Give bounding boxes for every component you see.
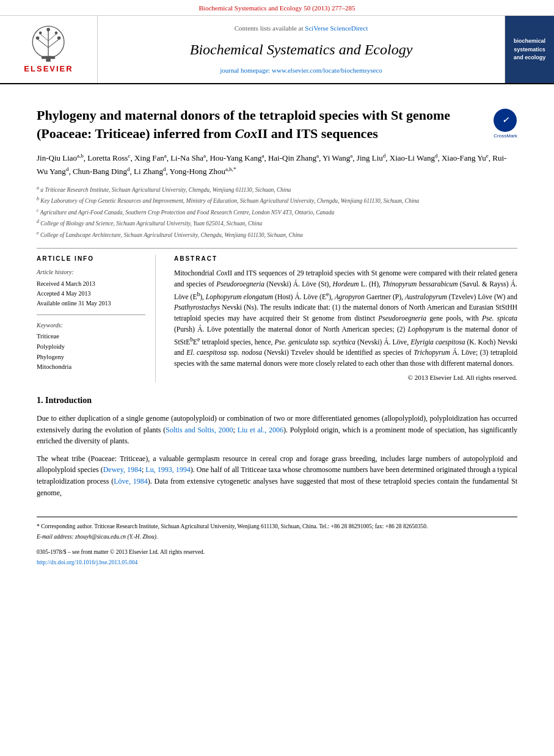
accepted-date: Accepted 4 May 2013: [37, 289, 145, 299]
svg-point-10: [54, 31, 57, 34]
affiliation-e: e College of Landscape Architecture, Sic…: [37, 230, 517, 239]
journal-title-area: Contents lists available at SciVerse Sci…: [98, 16, 505, 83]
doi-note: http://dx.doi.org/10.1016/j.bse.2013.05.…: [37, 558, 517, 567]
keyword-triticeae: Triticeae: [37, 332, 145, 342]
crossmark-badge[interactable]: ✓ CrossMark: [494, 109, 517, 139]
introduction-section: 1. Introduction Due to either duplicatio…: [37, 394, 517, 498]
elsevier-tree-icon: [15, 25, 82, 62]
article-info-abstract-section: ARTICLE INFO Article history: Received 4…: [37, 255, 517, 382]
doi-link[interactable]: http://dx.doi.org/10.1016/j.bse.2013.05.…: [37, 559, 137, 565]
svg-point-8: [57, 36, 60, 40]
intro-para1: Due to either duplication of a single ge…: [37, 413, 517, 447]
abstract-column: ABSTRACT Mitochondrial CoxII and ITS seq…: [174, 255, 517, 382]
svg-point-7: [35, 36, 39, 40]
received-date: Received 4 March 2013: [37, 279, 145, 289]
corresponding-text: * Corresponding author. Triticeae Resear…: [37, 523, 428, 529]
keyword-phylogeny: Phylogeny: [37, 352, 145, 363]
crossmark-icon: ✓: [494, 109, 517, 132]
journal-header: ELSEVIER Contents lists available at Sci…: [0, 16, 554, 84]
available-date: Available online 31 May 2013: [37, 299, 145, 308]
affiliations-block: a a Triticeae Research Institute, Sichua…: [37, 184, 517, 239]
svg-point-9: [38, 31, 42, 34]
article-title-section: ✓ CrossMark Phylogeny and maternal donor…: [37, 106, 517, 142]
copyright-text: © 2013 Elsevier Ltd. All rights reserved…: [174, 373, 517, 382]
keywords-section: Keywords: Triticeae Polyploidy Phylogeny…: [37, 321, 145, 373]
article-info-column: ARTICLE INFO Article history: Received 4…: [37, 255, 156, 382]
elsevier-logo-area: ELSEVIER: [0, 16, 98, 83]
journal-title: Biochemical Systematics and Ecology: [190, 40, 413, 60]
affiliation-d: d College of Biology and Science, Sichua…: [37, 218, 517, 228]
main-content: ✓ CrossMark Phylogeny and maternal donor…: [0, 84, 554, 581]
history-label: Article history:: [37, 268, 145, 277]
intro-heading: 1. Introduction: [37, 394, 517, 407]
svg-line-3: [37, 39, 48, 48]
intro-para2: The wheat tribe (Poaceae: Triticeae), a …: [37, 453, 517, 498]
keyword-mitochondria: Mitochondria: [37, 362, 145, 373]
affiliation-a: a a Triticeae Research Institute, Sichua…: [37, 184, 517, 194]
journal-brand-box: biochemicalsystematicsand ecology: [505, 16, 554, 83]
footer-section: * Corresponding author. Triticeae Resear…: [37, 517, 517, 567]
article-history: Article history: Received 4 March 2013 A…: [37, 268, 145, 308]
abstract-text: Mitochondrial CoxII and ITS sequences of…: [174, 268, 517, 369]
issn-text: 0305-1978/$ – see front matter © 2013 El…: [37, 549, 205, 555]
article-title: Phylogeny and maternal donors of the tet…: [37, 106, 517, 142]
journal-brand-text: biochemicalsystematicsand ecology: [514, 37, 546, 62]
journal-homepage: journal homepage: www.elsevier.com/locat…: [220, 66, 382, 75]
affiliation-b: b Key Laboratory of Crop Genetic Resourc…: [37, 195, 517, 205]
elsevier-wordmark: ELSEVIER: [24, 64, 73, 75]
svg-rect-12: [42, 56, 55, 59]
sciverse-line: Contents lists available at SciVerse Sci…: [235, 24, 368, 33]
email-note: E-mail address: zhouyh@sicau.edu.cn (Y.-…: [37, 532, 517, 541]
svg-point-11: [46, 27, 50, 31]
authors-line: Jin-Qiu Liaoa,b, Loretta Rossc, Xing Fan…: [37, 151, 517, 178]
svg-line-6: [48, 34, 56, 41]
contents-available-text: Contents lists available at: [235, 24, 304, 32]
keyword-polyploidy: Polyploidy: [37, 342, 145, 352]
svg-line-5: [40, 34, 48, 41]
journal-citation-text: Biochemical Systematics and Ecology 50 (…: [199, 4, 355, 12]
homepage-text: journal homepage: www.elsevier.com/locat…: [220, 67, 382, 74]
svg-line-4: [48, 39, 59, 48]
abstract-label: ABSTRACT: [174, 255, 517, 263]
journal-citation-bar: Biochemical Systematics and Ecology 50 (…: [0, 0, 554, 16]
keywords-label: Keywords:: [37, 321, 145, 330]
affiliation-c: c Agriculture and Agri-Food Canada, Sout…: [37, 207, 517, 217]
article-info-label: ARTICLE INFO: [37, 255, 145, 263]
section-divider: [37, 248, 517, 249]
info-divider: [37, 314, 145, 315]
email-text: E-mail address: zhouyh@sicau.edu.cn (Y.-…: [37, 534, 158, 540]
issn-note: 0305-1978/$ – see front matter © 2013 El…: [37, 548, 517, 556]
sciverse-link[interactable]: SciVerse ScienceDirect: [305, 24, 368, 32]
corresponding-author-note: * Corresponding author. Triticeae Resear…: [37, 522, 517, 531]
